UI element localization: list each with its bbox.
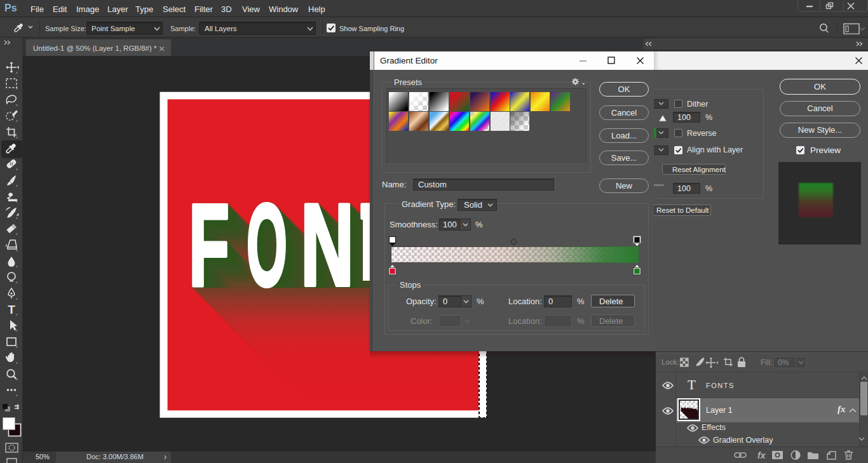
- svg-text:T: T: [8, 303, 15, 316]
- svg-text:fx: fx: [757, 450, 766, 460]
